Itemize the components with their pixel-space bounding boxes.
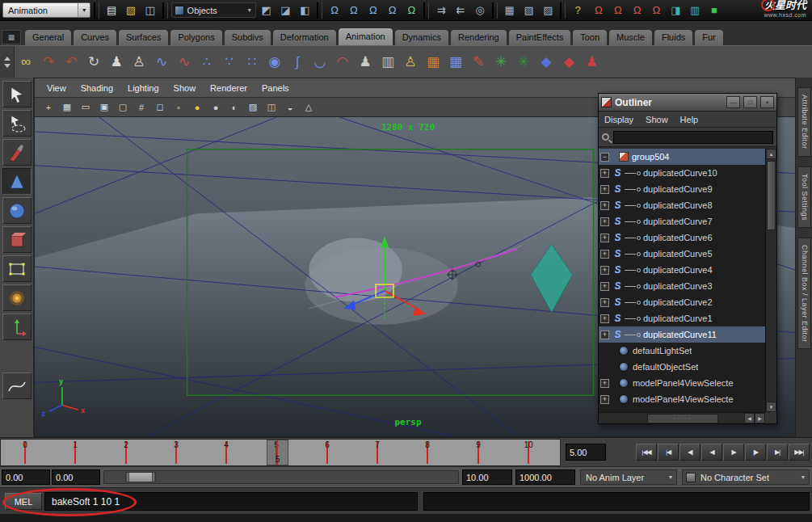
scroll-up-icon[interactable]: ▲ [766, 149, 776, 159]
select-tool-button[interactable] [2, 81, 32, 107]
safe-title-icon[interactable]: ▫ [171, 100, 186, 115]
expand-icon[interactable]: + [600, 330, 609, 339]
panel-menu-lighting[interactable]: Lighting [120, 83, 166, 93]
shelf-pin-blue-icon[interactable]: ◆ [535, 49, 557, 75]
expand-icon[interactable]: + [600, 266, 609, 275]
panel-menu-renderer[interactable]: Renderer [203, 83, 255, 93]
shelf-turn-figure-icon[interactable]: ↻ [82, 49, 105, 75]
tab-rendering[interactable]: Rendering [450, 29, 507, 45]
panel-menu-panels[interactable]: Panels [255, 83, 297, 93]
shelf-arc-arrow2-icon[interactable]: ↶ [60, 49, 82, 75]
panel-toggle-icon[interactable]: ◨ [667, 2, 684, 19]
textures-icon[interactable]: ▨ [246, 100, 260, 115]
range-slider-handle[interactable] [125, 472, 156, 482]
chevron-down-icon[interactable]: ▼ [244, 7, 255, 13]
current-frame-indicator[interactable]: 5 [267, 440, 288, 465]
tab-fluids[interactable]: Fluids [654, 29, 693, 45]
default-light-icon[interactable]: ● [190, 100, 204, 115]
time-slider[interactable]: 0 1 2 3 4 5 6 7 8 9 10 5 [0, 439, 561, 466]
panel-menu-shading[interactable]: Shading [74, 83, 120, 93]
scroll-left-icon[interactable]: ◀ [744, 413, 755, 423]
outliner-menu-show[interactable]: Show [646, 115, 668, 124]
play-backwards-button[interactable]: ◀ [701, 444, 722, 461]
expand-icon[interactable]: + [600, 201, 609, 210]
shelf-points2-icon[interactable]: ∵ [218, 49, 241, 75]
go-to-end-button[interactable]: ▶▶| [789, 444, 810, 461]
chevron-down-icon[interactable]: ▼ [78, 3, 90, 17]
shelf-curve-red-icon[interactable]: ∿ [173, 49, 196, 75]
expand-icon[interactable]: + [600, 395, 609, 404]
shelf-figures-icon[interactable]: ♟ [354, 49, 377, 75]
outliner-item-modelPanel4ViewSelecte-1[interactable]: + modelPanel4ViewSelecte [599, 375, 765, 391]
expand-icon[interactable]: + [600, 298, 609, 307]
selection-mask-component-icon[interactable]: ◧ [296, 2, 313, 19]
outliner-item-duplicatedCurve8[interactable]: + S duplicatedCurve8 [599, 197, 765, 213]
tab-deformation[interactable]: Deformation [272, 29, 337, 45]
show-manipulator-button[interactable] [2, 314, 32, 340]
shelf-figure1-icon[interactable]: ♟ [105, 49, 128, 75]
shelf-grid-orange-icon[interactable]: ▦ [422, 49, 444, 75]
shelf-points3-icon[interactable]: ∷ [241, 49, 263, 75]
help-icon[interactable]: ? [569, 2, 587, 19]
xray-icon[interactable]: ◒ [283, 100, 297, 115]
safe-action-icon[interactable]: ◻ [153, 100, 167, 115]
status-group-separator[interactable] [162, 2, 168, 19]
shelf-figure2-icon[interactable]: ♙ [128, 49, 150, 75]
range-handle-grip[interactable] [126, 473, 129, 482]
status-group-separator[interactable] [317, 2, 322, 19]
shelf-columns-icon[interactable]: ▥ [377, 49, 399, 75]
snap-to-plane-icon[interactable]: Ω [384, 2, 402, 19]
render-current-frame-icon[interactable]: ▦ [501, 2, 519, 19]
new-scene-icon[interactable]: ▤ [103, 2, 120, 19]
expand-icon[interactable]: + [600, 250, 609, 259]
range-slider-track[interactable] [103, 470, 459, 484]
resolution-gate-icon[interactable]: ▣ [97, 100, 111, 115]
outliner-filter-input[interactable] [613, 131, 773, 144]
expand-icon[interactable]: + [600, 379, 609, 388]
paint-select-tool-button[interactable] [2, 139, 32, 166]
tab-attribute-editor[interactable]: Attribute Editor [797, 87, 811, 157]
playback-start-field[interactable] [52, 469, 100, 485]
go-to-start-button[interactable]: |◀◀ [636, 444, 657, 461]
shelf-ring-icon[interactable]: ◉ [263, 49, 286, 75]
ipr-render-icon[interactable]: ▧ [520, 2, 538, 19]
shelf-figure-yellow-icon[interactable]: ♙ [399, 49, 422, 75]
tab-polygons[interactable]: Polygons [170, 29, 222, 45]
gate-mask-icon[interactable]: ▢ [116, 100, 130, 115]
shelf-ik-spline-icon[interactable]: ◡ [309, 49, 331, 75]
selection-mask-hierarchy-icon[interactable]: ◩ [258, 2, 276, 19]
shelf-star-green2-icon[interactable]: ✳ [512, 49, 535, 75]
outliner-item-duplicatedCurve4[interactable]: + S duplicatedCurve4 [599, 262, 765, 278]
step-forward-key-button[interactable]: ▶| [767, 444, 788, 461]
shelf-brush-icon[interactable]: ✎ [467, 49, 490, 75]
grid-panel-icon[interactable]: ▥ [686, 2, 704, 19]
minimize-button[interactable]: — [726, 96, 740, 108]
tab-painteffects[interactable]: PaintEffects [508, 29, 572, 45]
outliner-vertical-scrollbar[interactable]: ▲ ▼ [765, 149, 776, 412]
open-scene-icon[interactable]: ▧ [122, 2, 140, 19]
selection-mask-object-icon[interactable]: ◪ [277, 2, 295, 19]
outliner-horizontal-scrollbar[interactable]: ····· ◀ ▶ [599, 412, 765, 423]
outliner-item-duplicatedCurve7[interactable]: + S duplicatedCurve7 [599, 213, 765, 229]
grid-toggle-icon[interactable]: ▦ [60, 100, 74, 115]
outliner-item-duplicatedCurve9[interactable]: + S duplicatedCurve9 [599, 181, 765, 197]
all-lights-icon[interactable]: ● [208, 100, 223, 115]
film-gate-icon[interactable]: ▭ [78, 100, 93, 115]
magnet-red-icon-2[interactable]: Ω [609, 2, 627, 19]
move-tool-button[interactable] [2, 168, 32, 195]
selection-mask-dropdown[interactable]: Objects ▼ [171, 2, 256, 18]
current-time-field[interactable] [566, 444, 606, 461]
play-forwards-button[interactable]: ▶ [723, 444, 744, 461]
animation-start-field[interactable] [2, 469, 50, 485]
lasso-tool-button[interactable] [2, 110, 32, 137]
outliner-item-duplicatedCurve2[interactable]: + S duplicatedCurve2 [599, 294, 765, 310]
command-language-button[interactable]: MEL [5, 493, 42, 510]
shelf-points-icon[interactable]: ∴ [196, 49, 218, 75]
wireframe-on-shaded-icon[interactable]: ◫ [264, 100, 279, 115]
scrollbar-thumb[interactable] [767, 161, 776, 230]
scrollbar-thumb[interactable]: ····· [647, 414, 718, 423]
outliner-item-duplicatedCurve11[interactable]: + S duplicatedCurve11 [599, 326, 765, 343]
tab-curves[interactable]: Curves [73, 29, 117, 45]
outliner-item-duplicatedCurve5[interactable]: + S duplicatedCurve5 [599, 246, 765, 262]
step-forward-frame-button[interactable]: |▶ [745, 444, 766, 461]
